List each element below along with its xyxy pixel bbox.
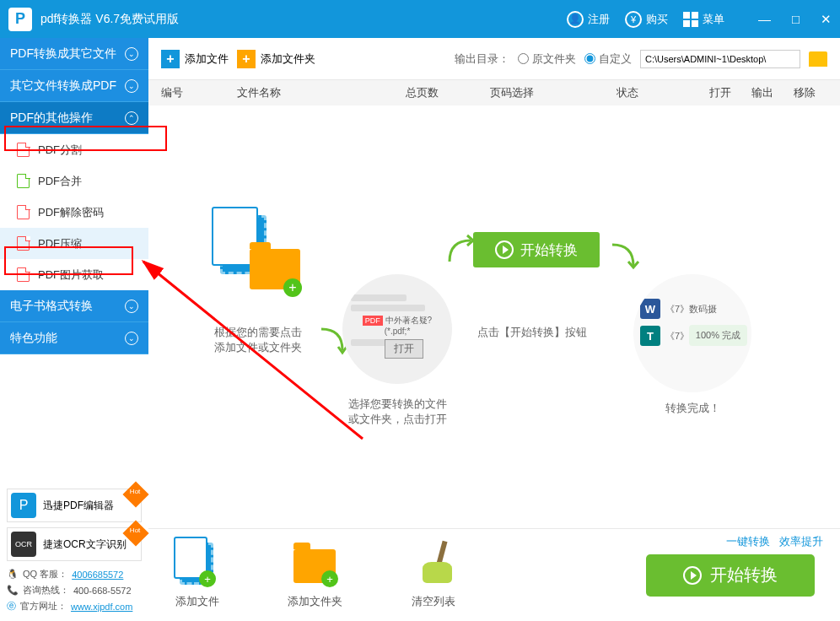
app-title: pdf转换器 V6.7免费试用版 bbox=[40, 12, 567, 27]
step-1: + 根据您的需要点击 添加文件或文件夹 bbox=[199, 198, 317, 355]
radio-original-folder[interactable]: 原文件夹 bbox=[518, 51, 576, 67]
pdf-icon bbox=[17, 143, 30, 157]
ocr-icon: OCR bbox=[11, 532, 36, 557]
open-button: 打开 bbox=[385, 339, 423, 359]
step-3: 开始转换 点击【开始转换】按钮 bbox=[473, 207, 591, 340]
minimize-button[interactable]: — bbox=[758, 12, 771, 27]
play-icon bbox=[683, 566, 702, 585]
start-convert-button[interactable]: 开始转换 bbox=[646, 554, 815, 597]
chevron-down-icon: ⌄ bbox=[125, 300, 138, 313]
phone-icon: 📞 bbox=[7, 585, 19, 596]
chevron-down-icon: ⌄ bbox=[125, 47, 138, 61]
pdf-icon bbox=[17, 267, 30, 282]
app-logo-icon: P bbox=[8, 8, 32, 31]
start-convert-button-demo: 开始转换 bbox=[473, 232, 600, 267]
step-2: PDF 中外著名疑?(*.pdf;* 打开 选择您要转换的文件 或文件夹，点击打… bbox=[338, 270, 456, 427]
sidebar-item-pdf-extract-img[interactable]: PDF图片获取 bbox=[0, 259, 148, 290]
yen-icon: ¥ bbox=[625, 11, 642, 28]
contact-qq: 🐧 QQ 客服： 4006685572 bbox=[7, 566, 142, 582]
pdf-icon bbox=[17, 174, 30, 188]
plus-icon: + bbox=[283, 278, 302, 297]
buy-button[interactable]: ¥ 购买 bbox=[625, 11, 668, 28]
maximize-button[interactable]: □ bbox=[792, 12, 800, 27]
promo-text: 一键转换 效率提升 bbox=[726, 534, 823, 549]
close-button[interactable]: ✕ bbox=[821, 12, 832, 27]
pdf-editor-icon: P bbox=[11, 493, 36, 518]
sidebar-item-pdf-compress[interactable]: PDF压缩 bbox=[0, 228, 148, 259]
register-button[interactable]: 👤 注册 bbox=[567, 11, 610, 28]
chevron-down-icon: ⌄ bbox=[125, 332, 138, 345]
pdf-icon bbox=[17, 205, 30, 219]
sidebar-item-pdf-merge[interactable]: PDF合并 bbox=[0, 165, 148, 197]
sidebar-item-pdf-split[interactable]: PDF分割 bbox=[0, 134, 148, 165]
broom-icon bbox=[410, 541, 456, 587]
output-dir-label: 输出目录： bbox=[455, 51, 509, 67]
empty-state: + 根据您的需要点击 添加文件或文件夹 PDF 中外著名疑?(*.pdf;* 打… bbox=[148, 105, 840, 528]
radio-custom-folder[interactable]: 自定义 bbox=[584, 51, 632, 67]
globe-icon: ⓔ bbox=[7, 600, 16, 613]
sidebar-cat-pdf-other-ops[interactable]: PDF的其他操作 ⌃ bbox=[0, 102, 148, 134]
promo-ocr[interactable]: OCR 捷速OCR文字识别 bbox=[7, 527, 142, 561]
toolbar: + 添加文件 + 添加文件夹 输出目录： 原文件夹 自定义 bbox=[148, 38, 840, 80]
txt-icon: T bbox=[640, 326, 660, 346]
chevron-down-icon: ⌄ bbox=[125, 79, 138, 93]
bottom-add-folder-button[interactable]: + 添加文件夹 bbox=[288, 541, 342, 609]
bottom-clear-button[interactable]: 清空列表 bbox=[410, 541, 456, 609]
browse-folder-button[interactable] bbox=[809, 51, 827, 67]
grid-icon bbox=[683, 12, 698, 27]
qq-link[interactable]: 4006685572 bbox=[72, 570, 123, 580]
step-4: W 《7》数码摄 T 《7》 100% 完成 转换完成！ bbox=[633, 274, 751, 416]
contact-tel: 📞 咨询热线： 400-668-5572 bbox=[7, 582, 142, 598]
hot-badge-icon bbox=[122, 481, 148, 507]
sidebar-cat-other-to-pdf[interactable]: 其它文件转换成PDF ⌄ bbox=[0, 70, 148, 102]
sidebar: PDF转换成其它文件 ⌄ 其它文件转换成PDF ⌄ PDF的其他操作 ⌃ PDF… bbox=[0, 38, 148, 621]
hot-badge-icon bbox=[122, 520, 148, 546]
titlebar: P pdf转换器 V6.7免费试用版 👤 注册 ¥ 购买 菜单 — □ ✕ bbox=[0, 0, 840, 38]
chevron-up-icon: ⌃ bbox=[125, 111, 138, 125]
add-file-button[interactable]: + 添加文件 bbox=[161, 50, 229, 68]
word-icon: W bbox=[640, 299, 660, 319]
bottom-add-file-button[interactable]: + 添加文件 bbox=[174, 541, 220, 609]
bottom-bar: 一键转换 效率提升 + 添加文件 + 添加文件夹 bbox=[148, 528, 840, 621]
sidebar-cat-special[interactable]: 特色功能 ⌄ bbox=[0, 322, 148, 354]
qq-icon: 🐧 bbox=[7, 569, 19, 580]
user-icon: 👤 bbox=[567, 11, 584, 28]
table-header: 编号 文件名称 总页数 页码选择 状态 打开 输出 移除 bbox=[148, 80, 840, 105]
play-icon bbox=[495, 240, 514, 259]
pdf-icon bbox=[17, 236, 30, 251]
sidebar-cat-pdf-to-other[interactable]: PDF转换成其它文件 ⌄ bbox=[0, 38, 148, 70]
contact-site: ⓔ 官方网址： www.xjpdf.com bbox=[7, 598, 142, 614]
site-link[interactable]: www.xjpdf.com bbox=[71, 602, 132, 612]
plus-icon: + bbox=[237, 50, 256, 68]
add-folder-button[interactable]: + 添加文件夹 bbox=[237, 50, 315, 68]
output-path-input[interactable] bbox=[640, 50, 800, 68]
plus-icon: + bbox=[161, 50, 180, 68]
promo-pdf-editor[interactable]: P 迅捷PDF编辑器 bbox=[7, 489, 142, 522]
sidebar-item-pdf-unlock[interactable]: PDF解除密码 bbox=[0, 197, 148, 228]
menu-button[interactable]: 菜单 bbox=[683, 12, 724, 27]
arrow-icon bbox=[608, 236, 642, 270]
sidebar-cat-ebook[interactable]: 电子书格式转换 ⌄ bbox=[0, 290, 148, 322]
